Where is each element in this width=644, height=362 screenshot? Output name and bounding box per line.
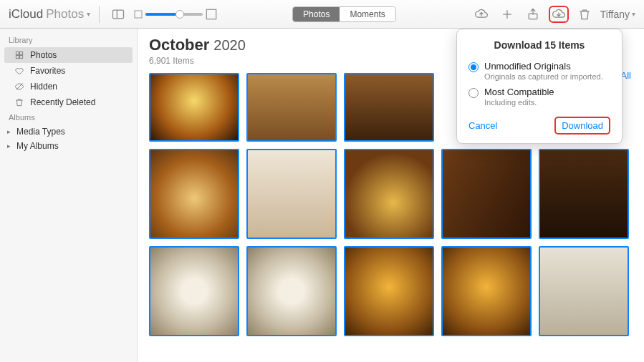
photo-thumbnail[interactable] xyxy=(149,149,239,239)
divider xyxy=(99,6,100,23)
sidebar-group-albums: Albums xyxy=(0,110,137,124)
sidebar-toggle-button[interactable] xyxy=(108,6,128,23)
zoom-large-icon xyxy=(206,9,217,20)
photo-thumbnail[interactable] xyxy=(344,149,434,239)
popover-title: Download 15 Items xyxy=(468,39,610,51)
option-subtitle: Originals as captured or imported. xyxy=(484,72,603,81)
sidebar-group-library: Library xyxy=(0,33,137,47)
photos-icon xyxy=(14,50,24,60)
tab-photos[interactable]: Photos xyxy=(293,7,340,21)
photo-thumbnail[interactable] xyxy=(539,246,629,336)
sidebar: Library Photos Favorites Hidden Recently… xyxy=(0,29,138,362)
content-area: October 2020 6,901 Items ct All Download… xyxy=(138,29,644,362)
share-button[interactable] xyxy=(523,6,543,23)
photo-thumbnail[interactable] xyxy=(441,246,532,336)
sidebar-item-photos[interactable]: Photos xyxy=(4,47,133,63)
cancel-button[interactable]: Cancel xyxy=(468,120,497,131)
option-most-compatible[interactable]: Most Compatible Including edits. xyxy=(468,84,610,109)
sidebar-item-label: My Albums xyxy=(16,141,59,151)
photo-thumbnail[interactable] xyxy=(246,246,337,336)
sidebar-item-media-types[interactable]: ▸ Media Types xyxy=(0,124,137,139)
month-label: October xyxy=(149,36,209,54)
zoom-small-icon xyxy=(134,10,143,19)
download-button[interactable] xyxy=(549,6,569,23)
share-icon xyxy=(526,7,540,21)
tab-moments[interactable]: Moments xyxy=(340,7,395,21)
sidebar-item-label: Media Types xyxy=(16,127,65,137)
svg-rect-7 xyxy=(16,52,19,54)
svg-rect-3 xyxy=(206,9,216,19)
svg-rect-2 xyxy=(135,11,142,18)
sidebar-item-my-albums[interactable]: ▸ My Albums xyxy=(0,139,137,153)
year-label: 2020 xyxy=(213,37,246,54)
photo-thumbnail[interactable] xyxy=(539,149,629,239)
photo-thumbnail[interactable] xyxy=(246,149,337,239)
sidebar-item-label: Recently Deleted xyxy=(30,97,95,107)
radio-icon[interactable] xyxy=(468,62,479,72)
option-title: Most Compatible xyxy=(484,87,554,97)
add-button[interactable] xyxy=(497,6,517,23)
photo-thumbnail[interactable] xyxy=(149,73,239,142)
toolbar: iCloud Photos ▾ Photos Moments Tiffany ▾ xyxy=(0,0,644,29)
photo-grid-row3 xyxy=(149,246,633,336)
cloud-down-icon xyxy=(552,7,566,21)
delete-button[interactable] xyxy=(575,6,595,23)
sidebar-item-label: Favorites xyxy=(30,66,65,76)
trash-icon xyxy=(577,7,592,21)
disclosure-triangle-icon[interactable]: ▸ xyxy=(7,142,11,150)
svg-rect-9 xyxy=(16,56,19,59)
app-title-dropdown[interactable]: iCloud Photos ▾ xyxy=(9,7,90,21)
eye-off-icon xyxy=(14,82,24,92)
sidebar-item-favorites[interactable]: Favorites xyxy=(0,63,137,79)
photo-thumbnail[interactable] xyxy=(344,73,434,142)
disclosure-triangle-icon[interactable]: ▸ xyxy=(7,128,11,135)
zoom-knob[interactable] xyxy=(176,10,184,19)
option-title: Unmodified Originals xyxy=(484,61,603,72)
user-menu[interactable]: Tiffany ▾ xyxy=(600,9,635,20)
plus-icon xyxy=(500,7,514,21)
photo-thumbnail[interactable] xyxy=(441,149,532,239)
cloud-up-icon xyxy=(474,7,489,21)
sidebar-item-label: Photos xyxy=(30,50,57,60)
option-subtitle: Including edits. xyxy=(484,98,554,107)
svg-rect-0 xyxy=(113,10,124,19)
download-popover: Download 15 Items Unmodified Originals O… xyxy=(456,29,623,144)
svg-rect-8 xyxy=(20,52,23,54)
chevron-down-icon: ▾ xyxy=(632,10,635,18)
svg-rect-10 xyxy=(20,56,23,59)
app-section: Photos xyxy=(46,7,84,21)
photo-thumbnail[interactable] xyxy=(149,246,239,336)
chevron-down-icon: ▾ xyxy=(87,10,90,18)
photo-thumbnail[interactable] xyxy=(344,246,434,336)
trash-icon xyxy=(14,97,24,107)
view-segmented-control: Photos Moments xyxy=(292,6,396,22)
download-confirm-button[interactable]: Download xyxy=(554,117,610,134)
photo-grid-row2 xyxy=(149,149,633,239)
app-name: iCloud xyxy=(9,7,43,21)
radio-icon[interactable] xyxy=(468,88,479,98)
zoom-track[interactable] xyxy=(145,13,203,16)
zoom-slider[interactable] xyxy=(134,9,217,20)
sidebar-item-hidden[interactable]: Hidden xyxy=(0,79,137,94)
sidebar-icon xyxy=(111,7,125,21)
sidebar-item-label: Hidden xyxy=(30,82,57,92)
heart-icon xyxy=(14,66,24,76)
user-name: Tiffany xyxy=(600,9,630,20)
upload-button[interactable] xyxy=(471,6,491,23)
sidebar-item-recently-deleted[interactable]: Recently Deleted xyxy=(0,94,137,110)
option-unmodified-originals[interactable]: Unmodified Originals Originals as captur… xyxy=(468,58,610,84)
photo-thumbnail[interactable] xyxy=(246,73,337,142)
